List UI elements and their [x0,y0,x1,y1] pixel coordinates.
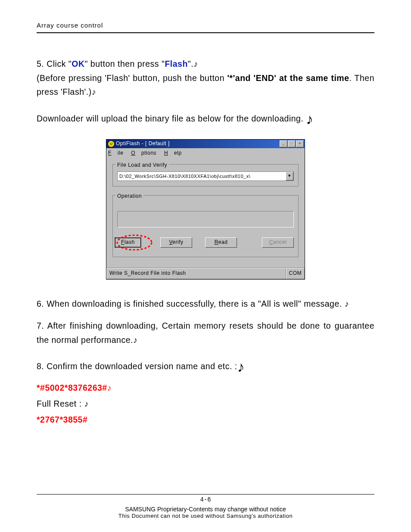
code-version-check: *#5002*8376263#♪ [37,381,374,395]
note-icon: ♪ [306,107,314,131]
note-icon: ♪ [92,87,96,96]
step-6: 6. When downloading is finished successf… [37,297,374,311]
file-path-combo[interactable]: D:\02_WorkSrc\SGH-X810\X810XXFA1\obj\cus… [117,171,294,181]
footer-line1: SAMSUNG Proprietary-Contents may change … [37,506,374,513]
menu-help[interactable]: Help [164,150,182,156]
text: 5. Click " [37,59,72,68]
page-header: Array course control [37,22,374,33]
minimize-button[interactable]: _ [280,140,287,147]
step-5-line1: 5. Click "OK" button then press "Flash".… [37,57,374,100]
page-number: 4-6 [37,496,374,503]
step-5-line3: Downloader will upload the binary file a… [37,107,374,131]
window-title: OptiFlash - [ Default ] [116,140,279,148]
menubar: File Options Help [106,148,305,159]
group-legend: File Load and Verify [115,161,169,170]
text: 7. After finishing downloading, Certain … [37,321,374,344]
code-text: *#5002*8376263# [37,383,107,392]
step-7: 7. After finishing downloading, Certain … [37,319,374,347]
text: 6. When downloading is finished successf… [37,299,345,308]
maximize-button[interactable]: □ [288,140,296,147]
text: (Before pressing 'Flash' button, push th… [37,73,227,83]
close-button[interactable]: × [296,140,304,147]
progress-area [117,211,294,227]
note-icon: ♪ [107,383,112,392]
step-8-line1: 8. Confirm the downloaded version name a… [37,355,374,379]
page-footer: 4-6 SAMSUNG Proprietary-Contents may cha… [37,494,374,519]
dropdown-arrow-icon[interactable]: ▼ [286,172,293,180]
operation-group: Operation Flash Verify Read Cancel [112,195,299,257]
code-text: *2767*3855# [37,415,87,424]
svg-point-1 [112,143,112,143]
status-port: COM [286,268,305,279]
full-reset-label: Full Reset : ♪ [37,397,374,411]
text: 8. Confirm the downloaded version name a… [37,361,237,371]
note-icon: ♪ [133,336,137,345]
flash-button[interactable]: Flash [115,237,141,248]
file-path-value: D:\02_WorkSrc\SGH-X810\X810XXFA1\obj\cus… [118,172,286,180]
file-load-verify-group: File Load and Verify D:\02_WorkSrc\SGH-X… [112,164,299,187]
document-body: 5. Click "OK" button then press "Flash".… [37,57,374,426]
flash-keyword: Flash [165,59,187,68]
status-text: Write S_Record File into Flash [106,268,286,279]
text: " button then press " [85,59,165,68]
statusbar: Write S_Record File into Flash COM [106,268,305,279]
note-icon: ♪ [193,59,198,68]
ok-keyword: OK [72,59,84,68]
footer-line2: This Document can not be used without Sa… [37,513,374,519]
key-combo: '*'and 'END' at the same time [227,73,349,83]
optiflash-window: OptiFlash - [ Default ] _ □ × File Optio… [106,139,305,280]
text: ". [188,59,193,68]
note-icon: ♪ [237,355,245,379]
read-button[interactable]: Read [205,237,237,248]
verify-button[interactable]: Verify [160,237,192,248]
menu-file[interactable]: File [108,150,123,156]
svg-point-0 [110,143,111,143]
note-icon: ♪ [345,299,349,308]
smiley-icon [108,141,114,147]
code-full-reset: *2767*3855# [37,413,374,426]
group-legend: Operation [115,192,143,201]
text: Full Reset : [37,399,84,408]
cancel-button[interactable]: Cancel [262,237,294,248]
text: Downloader will upload the binary file a… [37,114,306,123]
menu-options[interactable]: Options [131,150,156,156]
titlebar[interactable]: OptiFlash - [ Default ] _ □ × [106,140,305,148]
note-icon: ♪ [84,399,89,408]
